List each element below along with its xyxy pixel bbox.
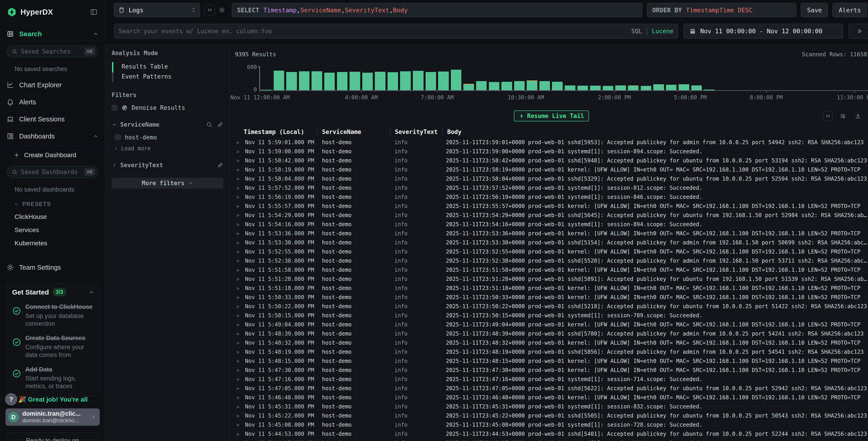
table-row[interactable]: > Nov 11 5:56:19.000 PM host-demo info 2… xyxy=(235,193,868,202)
help-button[interactable]: ? xyxy=(5,393,17,406)
table-row[interactable]: > Nov 11 5:53:36.000 PM host-demo info 2… xyxy=(235,229,868,238)
get-started-step[interactable]: Connect to ClickHouse Set up your databa… xyxy=(12,303,94,328)
sidebar-item-kubernetes[interactable]: Kubernetes xyxy=(14,240,105,247)
chevron-up-icon[interactable] xyxy=(93,31,99,37)
histogram-bar[interactable] xyxy=(666,85,677,90)
expand-row-chevron[interactable]: > xyxy=(235,185,242,191)
column-header-severitytext[interactable]: SeverityText xyxy=(390,128,442,136)
presets-toggle[interactable]: PRESETS xyxy=(14,201,105,207)
histogram-bar[interactable] xyxy=(691,85,702,90)
table-row[interactable]: > Nov 11 5:55:57.000 PM host-demo info 2… xyxy=(235,202,868,211)
table-row[interactable]: > Nov 11 5:47:30.000 PM host-demo info 2… xyxy=(235,365,868,375)
expand-row-chevron[interactable]: > xyxy=(235,158,242,164)
chevron-down-icon[interactable] xyxy=(112,122,117,127)
table-row[interactable]: > Nov 11 5:48:32.000 PM host-demo info 2… xyxy=(235,338,868,347)
histogram-bar[interactable] xyxy=(578,86,588,90)
expand-row-chevron[interactable]: > xyxy=(235,358,242,364)
histogram-bar[interactable] xyxy=(489,82,500,90)
expand-row-chevron[interactable]: > xyxy=(235,322,242,328)
histogram-bar[interactable] xyxy=(565,85,576,90)
table-row[interactable]: > Nov 11 5:49:04.000 PM host-demo info 2… xyxy=(235,320,868,329)
sidebar-item-dashboards[interactable]: Dashboards xyxy=(0,131,105,142)
column-header-servicename[interactable]: ServiceName xyxy=(317,128,390,136)
expand-row-chevron[interactable]: > xyxy=(235,231,242,236)
expand-row-chevron[interactable]: > xyxy=(235,413,242,419)
table-row[interactable]: > Nov 11 5:58:04.000 PM host-demo info 2… xyxy=(235,174,868,183)
mode-results-table[interactable]: Results Table xyxy=(122,61,223,71)
histogram-bar[interactable] xyxy=(641,86,651,90)
expand-row-chevron[interactable]: > xyxy=(235,222,242,227)
chevron-right-icon[interactable] xyxy=(112,163,117,168)
histogram-bar[interactable] xyxy=(337,72,348,90)
alerts-button[interactable]: Alerts xyxy=(833,3,867,17)
table-row[interactable]: > Nov 11 5:58:42.000 PM host-demo info 2… xyxy=(235,156,868,165)
get-started-step[interactable]: Create Data Sources Configure where your… xyxy=(12,334,94,359)
expand-row-chevron[interactable]: > xyxy=(235,377,242,382)
table-row[interactable]: > Nov 11 5:50:33.000 PM host-demo info 2… xyxy=(235,293,868,302)
histogram-bar[interactable] xyxy=(324,73,335,90)
table-row[interactable]: > Nov 11 5:52:55.000 PM host-demo info 2… xyxy=(235,247,868,256)
expand-row-chevron[interactable]: > xyxy=(235,422,242,428)
histogram-bar[interactable] xyxy=(463,84,474,90)
table-row[interactable]: > Nov 11 5:58:19.000 PM host-demo info 2… xyxy=(235,165,868,174)
facet-name[interactable]: ServiceName xyxy=(120,121,159,128)
histogram-bar[interactable] xyxy=(451,70,462,90)
expand-row-chevron[interactable]: > xyxy=(235,149,242,154)
load-more-button[interactable]: Load more xyxy=(114,145,223,152)
column-header-body[interactable]: Body xyxy=(442,128,868,136)
histogram-bar[interactable] xyxy=(286,72,297,90)
denoise-results-option[interactable]: Denoise Results xyxy=(112,104,223,111)
resume-live-tail-button[interactable]: Resume Live Tail xyxy=(514,111,589,121)
get-started-step[interactable]: Add Data Start sending logs, metrics, or… xyxy=(12,366,94,390)
table-row[interactable]: > Nov 11 5:50:15.000 PM host-demo info 2… xyxy=(235,311,868,320)
source-select[interactable]: Logs xyxy=(114,3,200,17)
expand-row-chevron[interactable]: > xyxy=(235,431,242,437)
expand-row-chevron[interactable]: > xyxy=(235,240,242,245)
sidebar-item-clickhouse[interactable]: ClickHouse xyxy=(14,213,105,220)
sidebar-item-team-settings[interactable]: Team Settings xyxy=(0,262,105,273)
expand-row-chevron[interactable]: > xyxy=(235,295,242,300)
column-header-timestamp[interactable]: Timestamp (Local) xyxy=(242,128,317,135)
histogram-bar[interactable] xyxy=(514,81,525,90)
expand-row-chevron[interactable]: > xyxy=(235,167,242,173)
pin-icon[interactable] xyxy=(217,162,223,168)
expand-row-chevron[interactable]: > xyxy=(235,304,242,309)
table-row[interactable]: > Nov 11 5:46:48.000 PM host-demo info 2… xyxy=(235,393,868,402)
histogram-bar[interactable] xyxy=(628,85,639,90)
chevron-up-icon[interactable] xyxy=(93,133,99,139)
expand-row-chevron[interactable]: > xyxy=(235,194,242,200)
expand-row-chevron[interactable]: > xyxy=(235,286,242,291)
collapse-sidebar-button[interactable] xyxy=(89,7,99,17)
table-row[interactable]: > Nov 11 5:48:15.000 PM host-demo info 2… xyxy=(235,356,868,365)
saved-dashboards-input[interactable]: ⌘K xyxy=(7,166,98,178)
histogram-bar[interactable] xyxy=(603,86,613,90)
date-range-picker[interactable]: Nov 11 00:00:00 - Nov 12 00:00:00 xyxy=(684,24,843,39)
table-row[interactable]: > Nov 11 5:51:58.000 PM host-demo info 2… xyxy=(235,265,868,274)
expand-row-chevron[interactable]: > xyxy=(235,404,242,410)
chevron-up-icon[interactable] xyxy=(89,289,94,295)
saved-searches-field[interactable] xyxy=(21,48,81,55)
histogram-bar[interactable] xyxy=(527,80,537,90)
expand-row-chevron[interactable]: > xyxy=(235,368,242,373)
expand-row-chevron[interactable]: > xyxy=(235,212,242,218)
table-row[interactable]: > Nov 11 5:45:31.000 PM host-demo info 2… xyxy=(235,402,868,411)
mode-lucene[interactable]: Lucene xyxy=(652,28,673,35)
mode-sql[interactable]: SQL xyxy=(631,28,642,35)
histogram-bar[interactable] xyxy=(476,81,487,90)
facet-name[interactable]: SeverityText xyxy=(120,162,163,169)
expand-row-chevron[interactable]: > xyxy=(235,340,242,346)
more-filters-button[interactable]: More filters xyxy=(112,178,223,188)
table-row[interactable]: > Nov 11 5:47:05.000 PM host-demo info 2… xyxy=(235,384,868,393)
expand-row-chevron[interactable]: > xyxy=(235,140,242,145)
query-settings-button[interactable] xyxy=(217,5,227,15)
histogram-bar[interactable] xyxy=(615,85,626,90)
histogram-bar[interactable] xyxy=(299,71,310,90)
wrap-lines-button[interactable] xyxy=(838,111,848,121)
expand-row-chevron[interactable]: > xyxy=(235,258,242,264)
expand-row-chevron[interactable]: > xyxy=(235,331,242,337)
table-row[interactable]: > Nov 11 5:50:22.000 PM host-demo info 2… xyxy=(235,302,868,311)
select-clause-input[interactable]: SELECT Timestamp,ServiceName,SeverityTex… xyxy=(232,3,642,17)
search-icon[interactable] xyxy=(206,121,212,128)
expand-row-chevron[interactable]: > xyxy=(235,349,242,355)
table-row[interactable]: > Nov 11 5:44:37.000 PM host-demo info 2… xyxy=(235,439,868,441)
